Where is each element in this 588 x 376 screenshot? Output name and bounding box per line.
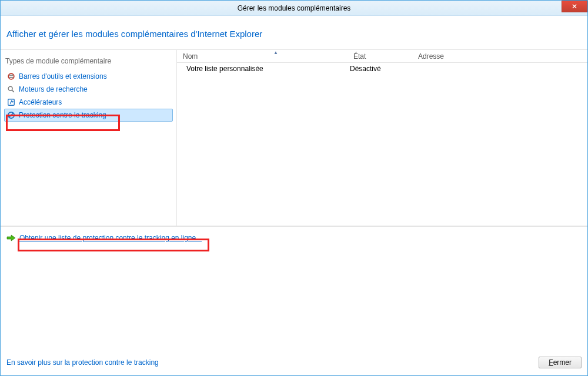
column-header-label: État [353,52,366,61]
sidebar-item-label: Accélérateurs [19,98,62,106]
close-button[interactable]: Fermer [539,357,582,368]
accelerator-icon [7,98,15,106]
search-icon [7,85,15,93]
columns-header: Nom ▲ État Adresse [177,50,587,63]
page-title: Afficher et gérer les modules complément… [6,29,582,39]
column-header-etat[interactable]: État [350,51,415,62]
window-title: Gérer les modules complémentaires [238,4,351,12]
learn-more-link[interactable]: En savoir plus sur la protection contre … [6,358,159,367]
column-header-nom[interactable]: Nom ▲ [179,51,350,62]
sidebar-item-label: Protection contre le tracking [19,111,106,119]
sidebar-item-tracking-protection[interactable]: Protection contre le tracking [4,109,173,122]
sort-asc-icon: ▲ [273,50,278,55]
svg-rect-2 [9,77,14,78]
details-pane: Obtenir une liste de protection contre l… [1,226,587,375]
close-button-rest: ermer [553,358,572,367]
sidebar-item-accelerators[interactable]: Accélérateurs [4,96,173,109]
column-header-adresse[interactable]: Adresse [415,51,587,62]
block-icon [7,111,15,119]
svg-line-4 [12,90,14,92]
close-icon: ✕ [572,2,577,11]
sidebar-item-label: Moteurs de recherche [19,85,88,93]
close-button-mnemonic: F [549,358,553,367]
details-top: Obtenir une liste de protection contre l… [1,227,587,350]
middle-area: Types de module complémentaire Barres d'… [1,50,587,226]
footer: En savoir plus sur la protection contre … [1,350,587,375]
manage-addons-window: Gérer les modules complémentaires ✕ Affi… [0,0,588,376]
column-header-label: Nom [183,52,198,61]
svg-point-0 [8,73,14,79]
cell-etat: Désactivé [350,65,415,73]
toolbars-icon [7,72,15,80]
column-header-label: Adresse [418,52,444,61]
svg-rect-1 [9,75,14,75]
sidebar-item-search[interactable]: Moteurs de recherche [4,83,173,96]
titlebar: Gérer les modules complémentaires ✕ [1,1,587,16]
table-row[interactable]: Votre liste personnalisée Désactivé [177,63,587,75]
svg-line-7 [9,113,14,118]
close-window-button[interactable]: ✕ [562,1,587,12]
cell-nom: Votre liste personnalisée [179,65,350,73]
list-area: Nom ▲ État Adresse Votre liste personnal… [177,50,587,226]
get-list-online-link[interactable]: Obtenir une liste de protection contre l… [19,234,202,242]
header-area: Afficher et gérer les modules complément… [1,16,587,50]
sidebar-item-label: Barres d'outils et extensions [19,72,107,80]
sidebar: Types de module complémentaire Barres d'… [1,50,177,226]
go-arrow-icon [6,234,16,242]
sidebar-heading: Types de module complémentaire [4,55,173,70]
sidebar-item-toolbars[interactable]: Barres d'outils et extensions [4,70,173,83]
